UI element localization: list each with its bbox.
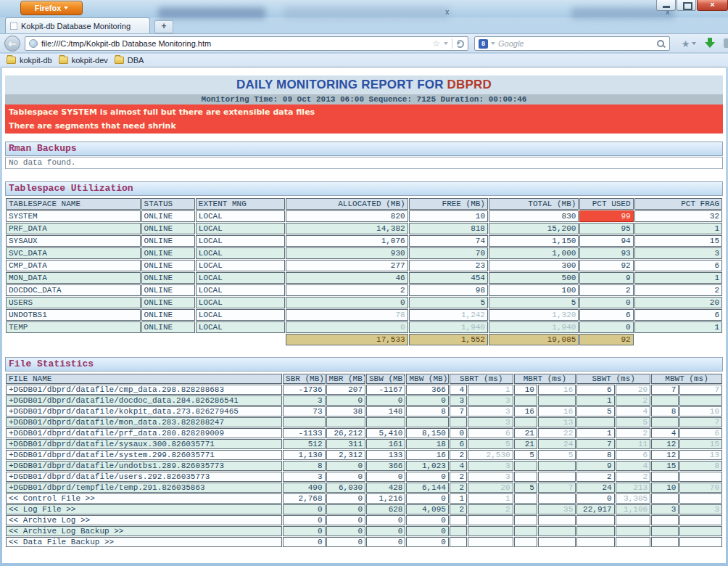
file-statistics-row: << Data File Backup >>0000 (6, 537, 722, 547)
cell-allocated: 0 (286, 297, 408, 308)
page-title-dbname: DBPRD (447, 78, 492, 91)
bookmark-folder-kokpit-dev[interactable]: kokpit-dev (59, 56, 108, 65)
search-input[interactable]: Google (498, 39, 653, 48)
cell-value (514, 537, 537, 547)
section-title-rman-backups: Rman Backups (5, 142, 723, 156)
divider (452, 38, 452, 49)
search-bar[interactable]: 8 Google (474, 36, 670, 51)
bookmark-folder-dba[interactable]: DBA (115, 56, 144, 65)
url-dropdown-icon[interactable] (444, 42, 448, 45)
cell-value: 2 (450, 504, 467, 514)
cell-value (514, 493, 537, 504)
cell-value: 2,312 (326, 450, 365, 460)
cell-value (651, 493, 679, 504)
cell-total: 1,320 (489, 309, 579, 321)
cell-allocated: 1,076 (286, 235, 408, 247)
cell-value: 16 (538, 406, 576, 417)
window-controls: × (655, 0, 728, 11)
search-engine-icon[interactable]: 8 (479, 39, 488, 49)
bookmark-star-icon[interactable]: ☆ (432, 38, 440, 49)
cell-value: 7 (651, 385, 679, 395)
cell-file-name: << Data File Backup >> (6, 537, 282, 547)
column-header: TABLESPACE NAME (6, 198, 141, 210)
cell-value: 1,216 (366, 493, 405, 504)
cell-value: 12 (651, 450, 679, 460)
cell-value: 5 (576, 406, 614, 417)
cell-pct-used: 0 (579, 297, 633, 308)
minimize-button[interactable] (656, 0, 676, 11)
home-icon[interactable] (724, 38, 728, 48)
file-statistics-row: << Control File >>2,76801,21601103,305 (6, 493, 722, 504)
cell-value: 6 (468, 428, 513, 438)
search-engine-dropdown-icon[interactable] (491, 42, 495, 45)
cell-value: 0 (576, 493, 614, 504)
search-icon[interactable] (656, 39, 666, 49)
page-title: DAILY MONITORING REPORT FOR DBPRD (5, 75, 723, 94)
maximize-button[interactable] (677, 0, 696, 11)
downloads-button[interactable] (705, 36, 715, 51)
file-statistics-row: +DGDB01/dbprd/tempfile/temp.291.82603586… (6, 483, 722, 493)
cell-tablespace-name: SYSTEM (6, 210, 141, 222)
cell-total: 300 (489, 260, 579, 271)
site-globe-icon (29, 39, 38, 48)
column-header: ALLOCATED (MB) (286, 198, 408, 210)
show-bookmarks-button[interactable]: ★ (677, 36, 700, 51)
cell-total: 1,150 (489, 235, 579, 247)
cell-value: 0 (326, 395, 365, 406)
cell-value: 8 (406, 406, 448, 417)
column-header: SBR (MB) (283, 374, 325, 384)
cell-value: 22,917 (576, 504, 614, 514)
cell-pct-used: 94 (579, 235, 633, 247)
cell-value: 0 (366, 526, 405, 536)
alert-banner: Tablespace SYSTEM is almost full but the… (5, 104, 723, 134)
url-text[interactable]: file:///C:/tmp/Kokpit-db Database Monito… (41, 39, 429, 48)
cell-value (651, 395, 679, 406)
cell-value (514, 395, 537, 406)
column-header: MBR (MB) (326, 374, 365, 384)
cell-value: 1,106 (616, 504, 650, 514)
cell-value: 6,030 (326, 483, 365, 493)
reload-icon[interactable] (456, 40, 464, 48)
address-bar[interactable]: file:///C:/tmp/Kokpit-db Database Monito… (25, 36, 468, 51)
cell-pct-used: 6 (579, 309, 633, 321)
cell-value: 133 (366, 450, 405, 460)
cell-value: 3 (468, 472, 513, 482)
cell-status: ONLINE (141, 284, 195, 296)
tablespace-totals-row: 17,5331,55219,08592 (6, 334, 722, 345)
close-button[interactable]: × (697, 0, 728, 11)
cell-value: 148 (366, 406, 405, 417)
chevron-down-icon (64, 7, 68, 9)
cell-file-name: +DGDB01/dbprd/datafile/cmp_data.298.8282… (6, 385, 282, 395)
cell-value: 11 (616, 439, 650, 449)
cell-value: 1 (468, 493, 513, 504)
cell-value: 0 (366, 395, 405, 406)
back-button[interactable]: ← (4, 36, 20, 52)
cell-value: 1,130 (283, 450, 325, 460)
cell-value (450, 537, 467, 547)
cell-allocated: 930 (286, 247, 408, 259)
cell-value (538, 395, 576, 406)
cell-value (576, 515, 614, 525)
cell-value: 7 (538, 483, 576, 493)
cell-value: 2 (468, 504, 513, 514)
cell-value: 3,305 (616, 493, 650, 504)
cell-pct-used: 0 (579, 321, 633, 333)
bookmarks-bar: kokpit-db kokpit-dev DBA (0, 54, 728, 67)
tablespace-row: DOCDOC_DATAONLINELOCAL29810022 (6, 284, 722, 296)
cell-value: 20 (616, 385, 650, 395)
cell-value (538, 537, 576, 547)
cell-value: 4 (651, 428, 679, 438)
new-tab-button[interactable]: + (154, 20, 173, 33)
bookmark-label: kokpit-dev (72, 56, 108, 65)
tablespace-utilization-section: Tablespace Utilization TABLESPACE NAMEST… (5, 181, 723, 346)
cell-extent-mng: LOCAL (196, 223, 285, 234)
cell-value: 4 (616, 461, 650, 471)
ghost-close-icon: x (445, 8, 450, 16)
cell-file-name: +DGDB01/dbprd/datafile/kokpit_data.273.8… (6, 406, 282, 417)
file-statistics-row: << Archive Log >>0000 (6, 515, 722, 525)
bookmark-folder-kokpit-db[interactable]: kokpit-db (7, 56, 52, 65)
firefox-menu-button[interactable]: Firefox (20, 1, 83, 15)
cell-value: 13 (679, 450, 722, 460)
tab-kokpit-db-monitoring[interactable]: Kokpit-db Database Monitoring (5, 17, 150, 33)
alert-message: There are segments that need shrink (9, 119, 719, 133)
